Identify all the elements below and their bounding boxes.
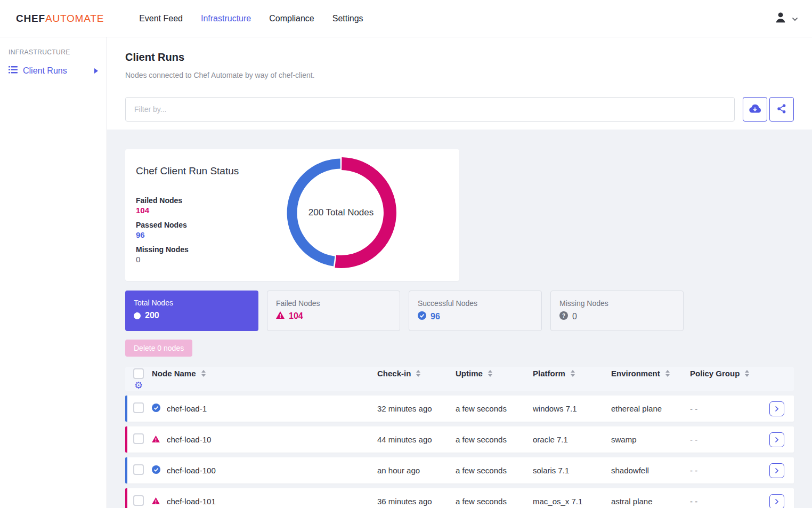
row-checkbox[interactable] [133, 433, 144, 444]
missing-nodes-value: 0 [572, 312, 577, 321]
primary-nav: Event Feed Infrastructure Compliance Set… [139, 14, 363, 23]
row-checkbox[interactable] [133, 495, 144, 506]
row-detail-button[interactable] [769, 463, 784, 478]
nav-infrastructure[interactable]: Infrastructure [201, 14, 251, 23]
node-platform: windows 7.1 [533, 404, 611, 413]
question-circle-icon: ? [559, 311, 568, 322]
gear-icon: ⚙ [134, 381, 143, 390]
infrastructure-sidebar: INFRASTRUCTURE Client Runs [0, 37, 107, 508]
row-detail-button[interactable] [769, 401, 784, 416]
failure-warning-icon [152, 497, 167, 506]
table-settings-button[interactable]: ⚙ [125, 381, 152, 390]
filter-input[interactable] [125, 97, 735, 122]
share-icon [776, 103, 787, 116]
row-checkbox[interactable] [133, 402, 144, 413]
node-policy-group: - - [690, 497, 759, 506]
node-name[interactable]: chef-load-1 [167, 404, 377, 413]
run-status-donut-wrap: 200 Total Nodes [285, 157, 397, 269]
table-row: chef-load-101 36 minutes ago a few secon… [125, 488, 794, 508]
main-content: Client Runs Nodes connected to Chef Auto… [107, 37, 812, 508]
page-title: Client Runs [125, 51, 794, 63]
legend-failed: Failed Nodes 104 [136, 196, 189, 215]
table-row: chef-load-1 32 minutes ago a few seconds… [125, 396, 794, 422]
column-uptime[interactable]: Uptime [456, 369, 533, 378]
failure-warning-icon [152, 435, 167, 445]
circle-icon [134, 312, 141, 319]
status-cards-row: Total Nodes 200 Failed Nodes 104 Success… [125, 291, 794, 331]
select-all-checkbox[interactable] [133, 368, 144, 379]
sort-icon[interactable] [488, 370, 492, 377]
sort-icon[interactable] [665, 370, 670, 377]
run-status-title: Chef Client Run Status [136, 165, 239, 177]
card-missing-nodes[interactable]: Missing Nodes ? 0 [550, 291, 684, 331]
run-status-legend: Failed Nodes 104 Passed Nodes 96 Missing… [136, 196, 189, 270]
cloud-download-icon [748, 103, 762, 116]
success-badge-icon [152, 404, 167, 414]
share-button[interactable] [769, 97, 794, 122]
expand-arrow-icon[interactable] [94, 68, 98, 74]
sort-icon[interactable] [201, 370, 206, 377]
sort-icon[interactable] [571, 370, 575, 377]
node-uptime: a few seconds [456, 497, 533, 506]
node-environment: shadowfell [611, 466, 690, 475]
column-check-in[interactable]: Check-in [377, 369, 456, 378]
node-checkin: an hour ago [377, 466, 456, 475]
sort-icon[interactable] [416, 370, 420, 377]
top-navigation-bar: CHEFAUTOMATE Event Feed Infrastructure C… [0, 0, 812, 37]
delete-nodes-button[interactable]: Delete 0 nodes [125, 340, 192, 357]
page-subtitle: Nodes connected to Chef Automate by way … [125, 71, 794, 79]
nav-compliance[interactable]: Compliance [269, 14, 314, 23]
user-icon [774, 11, 787, 27]
missing-count: 0 [136, 255, 189, 264]
failed-nodes-value: 104 [289, 311, 303, 321]
node-environment: ethereal plane [611, 404, 690, 413]
row-detail-button[interactable] [769, 432, 784, 447]
logo-automate: AUTOMATE [45, 13, 104, 24]
column-environment[interactable]: Environment [611, 369, 690, 378]
node-name[interactable]: chef-load-10 [167, 435, 377, 444]
list-icon [9, 66, 18, 76]
table-row: chef-load-100 an hour ago a few seconds … [125, 457, 794, 483]
chevron-down-icon [792, 14, 798, 23]
node-policy-group: - - [690, 435, 759, 444]
node-name[interactable]: chef-load-100 [167, 466, 377, 475]
sort-icon[interactable] [745, 370, 749, 377]
column-node-name[interactable]: Node Name [152, 369, 377, 378]
download-button[interactable] [743, 97, 767, 122]
sidebar-item-client-runs[interactable]: Client Runs [0, 63, 107, 79]
nodes-table: Node Name Check-in Uptime Platform Envir… [125, 367, 794, 508]
successful-nodes-value: 96 [431, 312, 440, 321]
node-platform: solaris 7.1 [533, 466, 611, 475]
column-policy-group[interactable]: Policy Group [690, 369, 759, 378]
failed-count: 104 [136, 206, 189, 215]
node-environment: astral plane [611, 497, 690, 506]
nav-event-feed[interactable]: Event Feed [139, 14, 183, 23]
content-section: Chef Client Run Status Failed Nodes 104 … [107, 130, 812, 508]
card-successful-nodes[interactable]: Successful Nodes 96 [409, 291, 542, 331]
nodes-table-header: Node Name Check-in Uptime Platform Envir… [125, 367, 794, 391]
row-checkbox[interactable] [133, 464, 144, 475]
chef-automate-logo: CHEFAUTOMATE [16, 13, 104, 25]
nav-settings[interactable]: Settings [332, 14, 363, 23]
node-checkin: 36 minutes ago [377, 497, 456, 506]
donut-center-label: 200 Total Nodes [285, 157, 397, 269]
warning-icon [276, 311, 285, 321]
legend-missing: Missing Nodes 0 [136, 245, 189, 264]
column-platform[interactable]: Platform [533, 369, 611, 378]
passed-count: 96 [136, 230, 189, 239]
sidebar-section-label: INFRASTRUCTURE [9, 49, 107, 56]
row-detail-button[interactable] [769, 494, 784, 508]
user-menu[interactable] [774, 11, 798, 27]
node-checkin: 44 minutes ago [377, 435, 456, 444]
card-total-nodes[interactable]: Total Nodes 200 [125, 291, 258, 331]
node-policy-group: - - [690, 404, 759, 413]
page-header-section: Client Runs Nodes connected to Chef Auto… [107, 37, 812, 130]
node-name[interactable]: chef-load-101 [167, 497, 377, 506]
success-badge-icon [152, 465, 167, 476]
svg-text:?: ? [562, 313, 565, 319]
card-failed-nodes[interactable]: Failed Nodes 104 [267, 291, 400, 331]
check-circle-icon [418, 311, 426, 322]
filter-toolbar [125, 97, 794, 122]
table-row: chef-load-10 44 minutes ago a few second… [125, 426, 794, 453]
node-uptime: a few seconds [456, 404, 533, 413]
